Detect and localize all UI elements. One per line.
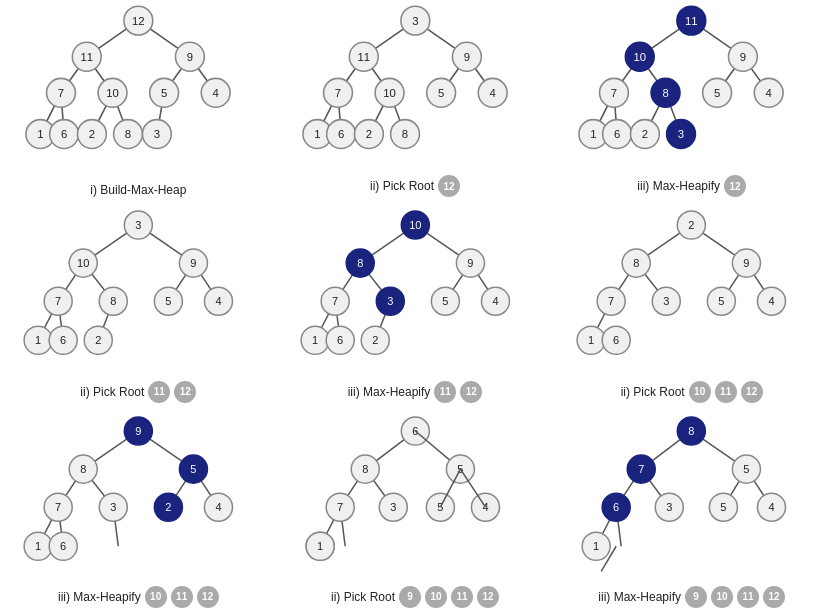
sorted-badge-11f: 11 (737, 586, 759, 608)
cell-8-label: ii) Pick Root (331, 590, 395, 604)
svg-text:7: 7 (638, 463, 644, 475)
svg-text:2: 2 (689, 219, 695, 231)
svg-text:3: 3 (664, 296, 670, 308)
svg-text:10: 10 (77, 257, 89, 269)
cell-pick-root-4: 6 8 7 3 5 4 1 5 1 (277, 411, 554, 616)
cell-pick-root-3: 2 8 9 7 3 5 4 1 6 ii) Pick Root 10 (553, 205, 830, 410)
svg-text:6: 6 (338, 128, 344, 140)
svg-text:5: 5 (719, 296, 725, 308)
sorted-badge-12b: 12 (724, 175, 746, 197)
svg-text:10: 10 (106, 87, 119, 99)
svg-text:9: 9 (187, 51, 193, 63)
svg-text:5: 5 (165, 296, 171, 308)
svg-text:3: 3 (387, 296, 393, 308)
svg-text:4: 4 (492, 296, 498, 308)
sorted-badge-9b: 9 (685, 586, 707, 608)
sorted-badge-12h: 12 (763, 586, 785, 608)
svg-text:9: 9 (190, 257, 196, 269)
svg-text:2: 2 (89, 128, 95, 140)
sorted-badge-11e: 11 (451, 586, 473, 608)
svg-text:4: 4 (769, 296, 775, 308)
sorted-badge-12e: 12 (741, 381, 763, 403)
svg-text:1: 1 (312, 335, 318, 347)
sorted-badge-12d: 12 (460, 381, 482, 403)
svg-text:8: 8 (663, 87, 669, 99)
svg-text:4: 4 (213, 87, 219, 99)
svg-text:3: 3 (412, 15, 418, 27)
svg-text:9: 9 (744, 257, 750, 269)
svg-text:7: 7 (58, 87, 64, 99)
svg-text:5: 5 (721, 501, 727, 513)
svg-text:11: 11 (357, 51, 370, 63)
svg-text:8: 8 (362, 463, 368, 475)
cell-7-label: iii) Max-Heapify (58, 590, 141, 604)
svg-text:9: 9 (135, 425, 141, 437)
svg-text:5: 5 (442, 296, 448, 308)
svg-text:8: 8 (110, 296, 116, 308)
svg-text:7: 7 (608, 296, 614, 308)
svg-text:9: 9 (467, 257, 473, 269)
svg-text:3: 3 (678, 128, 684, 140)
svg-text:6: 6 (613, 335, 619, 347)
svg-text:6: 6 (613, 501, 619, 513)
svg-text:1: 1 (591, 128, 597, 140)
svg-text:1: 1 (588, 335, 594, 347)
cell-1-label-row: i) Build-Max-Heap (90, 183, 186, 197)
svg-text:6: 6 (337, 335, 343, 347)
cell-pick-root-1: 3 11 9 7 10 5 4 1 6 2 8 (277, 0, 554, 205)
svg-text:3: 3 (154, 128, 160, 140)
sorted-badge-11d: 11 (171, 586, 193, 608)
cell-3-label: iii) Max-Heapify (637, 179, 720, 193)
svg-text:2: 2 (95, 335, 101, 347)
svg-text:8: 8 (80, 463, 86, 475)
svg-text:11: 11 (80, 51, 93, 63)
svg-text:8: 8 (402, 128, 408, 140)
cell-1-label: i) Build-Max-Heap (90, 183, 186, 197)
sorted-badge-10b: 10 (145, 586, 167, 608)
svg-text:5: 5 (438, 87, 444, 99)
cell-8-label-row: ii) Pick Root 9 10 11 12 (331, 586, 499, 608)
cell-max-heapify-4: 8 7 5 6 3 5 4 1 iii) Max-Heapify 9 10 11 (553, 411, 830, 616)
svg-text:2: 2 (642, 128, 648, 140)
svg-text:7: 7 (337, 501, 343, 513)
sorted-badge-12c: 12 (174, 381, 196, 403)
sorted-badge-10c: 10 (425, 586, 447, 608)
cell-max-heapify-2: 10 8 9 7 3 5 4 1 6 2 iii (277, 205, 554, 410)
svg-text:2: 2 (365, 128, 371, 140)
cell-4-label-row: ii) Pick Root 11 12 (80, 381, 196, 403)
svg-text:6: 6 (614, 128, 620, 140)
svg-text:4: 4 (215, 501, 221, 513)
svg-text:9: 9 (463, 51, 469, 63)
cell-6-label: ii) Pick Root (621, 385, 685, 399)
svg-text:6: 6 (61, 128, 67, 140)
svg-text:3: 3 (110, 501, 116, 513)
svg-text:8: 8 (633, 257, 639, 269)
svg-text:4: 4 (215, 296, 221, 308)
sorted-badge-12f: 12 (197, 586, 219, 608)
cell-5-label-row: iii) Max-Heapify 11 12 (348, 381, 483, 403)
svg-text:8: 8 (357, 257, 363, 269)
cell-max-heapify-1: 11 10 9 7 8 5 4 1 6 2 3 (553, 0, 830, 205)
svg-text:1: 1 (314, 128, 320, 140)
cell-7-label-row: iii) Max-Heapify 10 11 12 (58, 586, 219, 608)
svg-text:7: 7 (611, 87, 617, 99)
svg-text:5: 5 (744, 463, 750, 475)
sorted-badge-12g: 12 (477, 586, 499, 608)
svg-text:7: 7 (55, 501, 61, 513)
svg-text:1: 1 (317, 540, 323, 552)
svg-text:3: 3 (135, 219, 141, 231)
svg-text:5: 5 (714, 87, 720, 99)
svg-text:2: 2 (165, 501, 171, 513)
svg-text:8: 8 (689, 425, 695, 437)
sorted-badge-10a: 10 (689, 381, 711, 403)
svg-text:5: 5 (161, 87, 167, 99)
cell-4-label: ii) Pick Root (80, 385, 144, 399)
svg-text:6: 6 (60, 335, 66, 347)
cell-2-label-row: ii) Pick Root 12 (370, 175, 460, 197)
svg-text:11: 11 (685, 15, 698, 27)
sorted-badge-9a: 9 (399, 586, 421, 608)
svg-text:3: 3 (667, 501, 673, 513)
svg-text:9: 9 (740, 51, 746, 63)
svg-text:4: 4 (769, 501, 775, 513)
svg-text:10: 10 (409, 219, 421, 231)
